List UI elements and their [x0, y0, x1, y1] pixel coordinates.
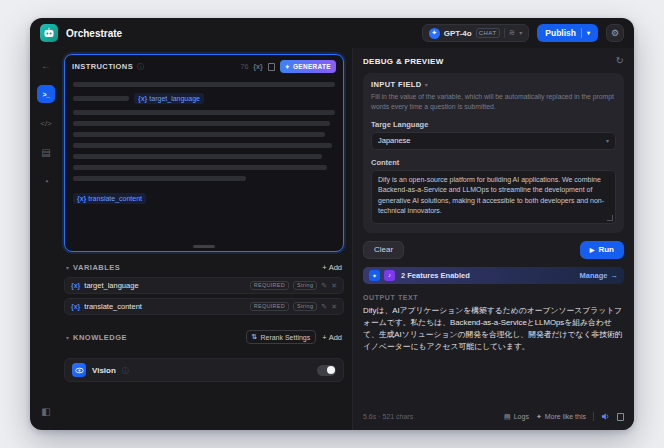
generate-label: GENERATE	[293, 63, 331, 70]
rerank-label: Rerank Settings	[260, 334, 310, 341]
speaker-button[interactable]	[601, 412, 610, 421]
rerank-icon: ⇅	[252, 333, 258, 341]
manage-features-link[interactable]: Manage →	[580, 271, 618, 280]
content-textarea[interactable]: Dify is an open-source platform for buil…	[371, 170, 616, 224]
vision-feature-row: Vision ⓘ	[64, 358, 344, 382]
copy-icon[interactable]	[617, 413, 624, 421]
required-badge: REQUIRED	[250, 281, 289, 291]
model-name: GPT-4o	[444, 29, 472, 38]
variable-chip-target-language[interactable]: {x} target_language	[134, 93, 204, 104]
variables-header: ▾ VARIABLES + Add	[64, 263, 344, 272]
prompt-editor[interactable]: {x} target_language {	[65, 77, 343, 209]
output-text-title: OUTPUT TEXT	[363, 294, 624, 301]
prompt-line-skeleton	[73, 176, 246, 181]
chevron-down-icon[interactable]: ▾	[66, 334, 69, 341]
variable-token-icon: {x}	[71, 303, 80, 310]
instructions-panel[interactable]: INSTRUCTIONS ⓘ 76 {x} ✦ GENERATE	[64, 54, 344, 252]
collapse-panel-icon[interactable]: ◧	[37, 402, 55, 420]
selected-value: Japanese	[378, 136, 411, 145]
resize-handle[interactable]	[193, 245, 215, 248]
output-stats: 5.6s · 521 chars	[363, 413, 413, 420]
info-icon[interactable]: ⓘ	[122, 367, 129, 374]
more-like-this-button[interactable]: ✦ More like this	[536, 413, 586, 421]
info-icon[interactable]: ⓘ	[137, 63, 144, 70]
delete-icon[interactable]: ✕	[331, 282, 337, 289]
variable-token-icon: {x}	[71, 282, 80, 289]
prompt-line-skeleton	[73, 110, 335, 115]
target-language-select[interactable]: Japanese ▾	[371, 132, 616, 150]
model-mode-badge: CHAT	[476, 28, 500, 38]
prompt-line-skeleton	[73, 132, 325, 137]
back-arrow-icon[interactable]: ←	[37, 56, 55, 74]
dify-logo-icon	[40, 24, 58, 42]
add-label: Add	[329, 333, 342, 342]
edit-icon[interactable]: ✎	[321, 303, 327, 310]
run-button[interactable]: ▶ Run	[580, 241, 624, 259]
input-field-card: INPUT FIELD ▾ Fill in the value of the v…	[363, 73, 624, 233]
refresh-icon[interactable]: ↻	[616, 56, 624, 66]
type-badge: String	[293, 302, 317, 312]
left-sidebar: ← >_ </> ▤ ◔ ◧	[30, 48, 62, 430]
knowledge-header: ▾ KNOWLEDGE ⇅ Rerank Settings + Add	[64, 330, 344, 344]
plus-icon: +	[322, 333, 326, 342]
input-field-description: Fill in the value of the variable, which…	[371, 92, 616, 112]
chevron-down-icon: ▾	[519, 30, 522, 36]
copy-icon[interactable]	[268, 63, 275, 71]
meta-divider	[593, 412, 594, 421]
plus-icon: +	[322, 263, 326, 272]
sidebar-item-monitoring[interactable]: ◔	[37, 172, 55, 190]
variable-row-target-language[interactable]: {x} target_language REQUIRED String ✎ ✕	[64, 277, 344, 294]
window-body: ← >_ </> ▤ ◔ ◧ INSTRUCTIONS ⓘ 76 {x}	[30, 48, 634, 430]
clear-button[interactable]: Clear	[363, 241, 404, 259]
logs-button[interactable]: ▤ Logs	[504, 413, 529, 421]
variable-chip-label: translate_content	[88, 195, 142, 202]
prompt-line-skeleton	[73, 121, 330, 126]
input-field-header[interactable]: INPUT FIELD ▾	[371, 80, 616, 89]
rerank-settings-button[interactable]: ⇅ Rerank Settings	[246, 330, 317, 344]
features-enabled-text: 2 Features Enabled	[401, 271, 470, 280]
debug-header: DEBUG & PREVIEW ↻	[363, 56, 624, 66]
variable-chip-translate-content[interactable]: {x} translate_content	[73, 193, 146, 204]
instructions-header: INSTRUCTIONS ⓘ 76 {x} ✦ GENERATE	[65, 55, 343, 77]
publish-chevron-icon: ▾	[587, 30, 590, 36]
variable-row-translate-content[interactable]: {x} translate_content REQUIRED String ✎ …	[64, 298, 344, 315]
add-label: Add	[329, 263, 342, 272]
delete-icon[interactable]: ✕	[331, 303, 337, 310]
sidebar-item-logs[interactable]: ▤	[37, 143, 55, 161]
prompt-line-skeleton	[73, 82, 335, 87]
output-text: Difyは、AIアプリケーションを構築するためのオープンソースプラットフォームで…	[363, 305, 624, 353]
play-icon: ▶	[590, 246, 595, 253]
prompt-line-skeleton	[73, 143, 332, 148]
chevron-down-icon[interactable]: ▾	[66, 264, 69, 271]
generate-button[interactable]: ✦ GENERATE	[280, 60, 336, 73]
prompt-line-with-variable: {x} translate_content	[73, 193, 335, 204]
resize-corner-icon[interactable]	[607, 215, 613, 221]
target-language-label: Targe Language	[371, 120, 616, 129]
vision-toggle[interactable]	[317, 365, 336, 376]
model-selector[interactable]: ✦ GPT-4o CHAT ≋ ▾	[422, 24, 530, 42]
insert-variable-icon[interactable]: {x}	[253, 63, 262, 70]
variable-name: target_language	[84, 281, 138, 290]
edit-icon[interactable]: ✎	[321, 282, 327, 289]
sidebar-item-orchestrate[interactable]: >_	[37, 85, 55, 103]
prompt-line-with-variable: {x} target_language	[73, 93, 335, 104]
sparkle-icon: ✦	[285, 63, 290, 70]
type-badge: String	[293, 281, 317, 291]
pill-divider	[504, 28, 505, 38]
app-settings-button[interactable]: ⚙	[606, 24, 624, 42]
more-like-this-label: More like this	[545, 413, 586, 420]
output-meta-row: 5.6s · 521 chars ▤ Logs ✦ More like this	[363, 412, 624, 421]
features-enabled-bar[interactable]: ✦ ♪ 2 Features Enabled Manage →	[363, 267, 624, 284]
publish-divider	[581, 28, 582, 38]
sidebar-item-api-access[interactable]: </>	[37, 114, 55, 132]
debug-title: DEBUG & PREVIEW	[363, 57, 444, 66]
app-window: Orchestrate ✦ GPT-4o CHAT ≋ ▾ Publish ▾ …	[30, 18, 634, 430]
content-value: Dify is an open-source platform for buil…	[378, 176, 604, 215]
add-knowledge-button[interactable]: + Add	[322, 333, 342, 342]
knowledge-title: KNOWLEDGE	[73, 333, 127, 342]
add-variable-button[interactable]: + Add	[322, 263, 342, 272]
arrow-right-icon: →	[611, 271, 619, 280]
clear-label: Clear	[374, 245, 393, 254]
publish-button[interactable]: Publish ▾	[537, 24, 598, 42]
variable-name: translate_content	[84, 302, 142, 311]
